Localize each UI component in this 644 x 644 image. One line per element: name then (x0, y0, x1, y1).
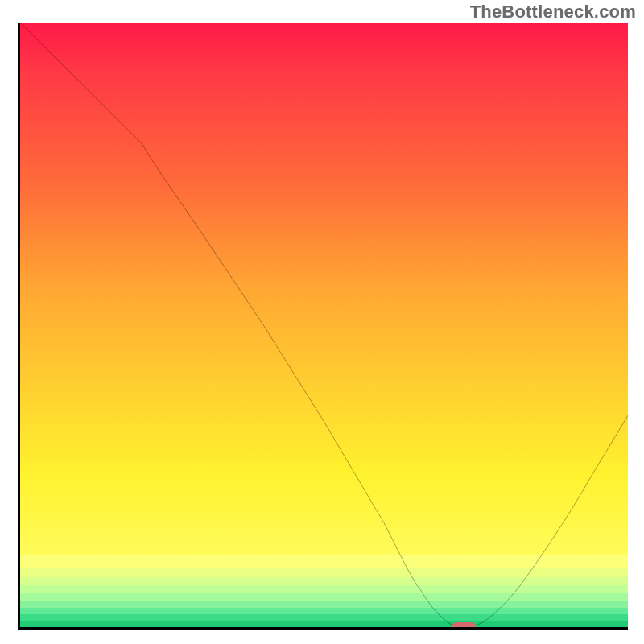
bottleneck-curve (20, 23, 628, 626)
curve-svg (20, 23, 628, 627)
watermark-text: TheBottleneck.com (470, 2, 636, 23)
plot-area (18, 23, 628, 630)
chart-container: { "watermark": "TheBottleneck.com", "cha… (0, 0, 644, 644)
optimal-marker (452, 622, 476, 630)
